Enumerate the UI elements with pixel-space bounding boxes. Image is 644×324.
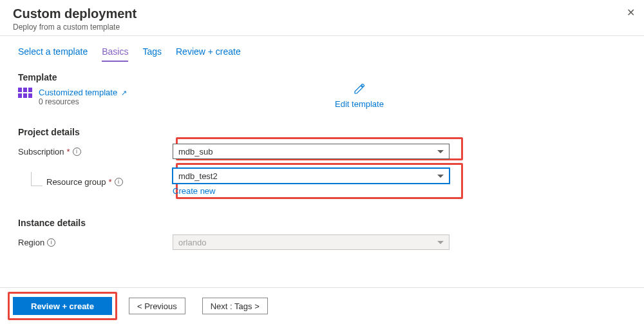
pencil-icon [321,83,398,98]
close-icon[interactable]: ✕ [627,6,635,19]
chevron-down-icon [437,150,444,153]
template-resources: 0 resources [39,97,127,106]
subscription-value: mdb_sub [178,147,213,157]
template-section-title: Template [18,72,626,82]
resource-group-select[interactable]: mdb_test2 [173,168,450,184]
tab-tags[interactable]: Tags [142,46,162,62]
region-select: orlando [173,234,450,250]
chevron-down-icon [437,241,444,244]
edit-template-area[interactable]: Edit template [321,83,398,109]
project-details: Project details Subscription * i mdb_sub [18,127,626,196]
required-asterisk: * [109,177,112,187]
svg-rect-1 [23,88,27,92]
region-value: orlando [178,238,206,247]
previous-button[interactable]: < Previous [129,298,185,314]
tab-select-template[interactable]: Select a template [18,46,88,62]
resource-group-value: mdb_test2 [178,171,218,181]
customized-template-label: Customized template [39,88,117,97]
project-details-title: Project details [18,127,626,137]
tab-basics[interactable]: Basics [102,46,128,62]
region-label: Region [18,238,44,247]
content: Template Customized template ↗ 0 resourc… [0,62,644,251]
required-asterisk: * [67,147,70,157]
svg-rect-2 [28,88,32,92]
template-tiles-icon [18,88,32,99]
tree-connector [31,172,43,186]
instance-details: Instance details Region i orlando [18,218,626,251]
page-title: Custom deployment [13,6,631,21]
subscription-label: Subscription [18,147,64,157]
create-new-link[interactable]: Create new [173,186,450,196]
tabs: Select a template Basics Tags Review + c… [0,46,644,62]
info-icon[interactable]: i [115,178,123,186]
footer: Review + create < Previous Next : Tags > [0,287,644,324]
info-icon[interactable]: i [47,238,55,247]
chevron-down-icon [437,175,444,178]
svg-rect-3 [18,93,22,98]
instance-details-title: Instance details [18,218,626,228]
edit-template-label: Edit template [321,99,398,109]
header: Custom deployment Deploy from a custom t… [0,0,644,36]
customized-template-link[interactable]: Customized template ↗ [39,88,127,97]
next-button[interactable]: Next : Tags > [202,298,268,314]
page-subtitle: Deploy from a custom template [13,23,631,32]
subscription-select[interactable]: mdb_sub [173,144,450,159]
review-create-button[interactable]: Review + create [13,297,112,315]
external-link-icon: ↗ [121,89,127,97]
svg-rect-4 [23,93,27,98]
info-icon[interactable]: i [73,148,81,156]
svg-rect-5 [28,93,32,98]
tab-review-create[interactable]: Review + create [176,46,241,62]
resource-group-label: Resource group [46,177,106,187]
svg-rect-0 [18,88,22,92]
